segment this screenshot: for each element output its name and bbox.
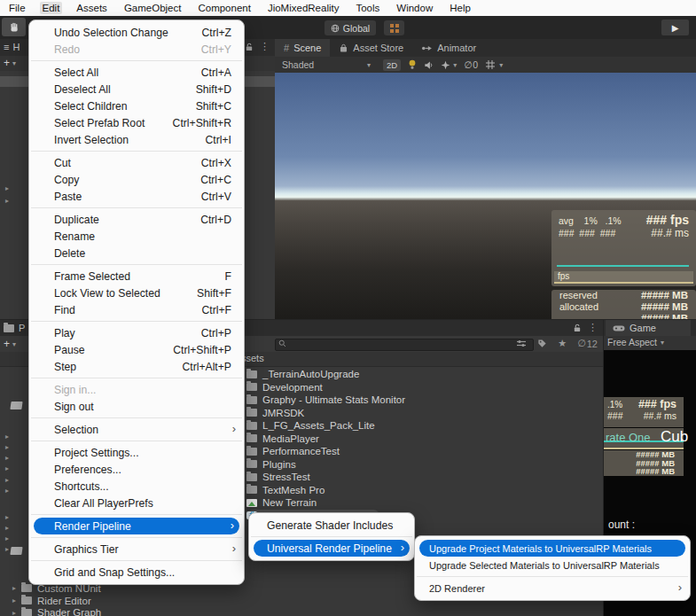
menu-bar-item[interactable]: Window	[394, 2, 435, 14]
menu-item[interactable]: Frame Selected F	[29, 268, 244, 285]
menu-bar-item[interactable]: JioMixedReality	[265, 2, 342, 14]
scene-viewport[interactable]: avg 1% .1% ### fps ### ### ### ##.# ms f…	[275, 73, 696, 319]
game-tab[interactable]: Game	[606, 320, 691, 336]
2d-toggle-button[interactable]: 2D	[383, 59, 401, 71]
project-tab[interactable]: P	[4, 323, 25, 333]
tree-expand-arrow-icon[interactable]	[5, 184, 9, 192]
menu-item[interactable]: Upgrade Selected Materials to UniversalR…	[415, 557, 690, 573]
asset-folder-row[interactable]: Plugins	[246, 458, 592, 472]
menu-item[interactable]: Select Prefab Root Ctrl+Shift+R	[29, 114, 244, 131]
scene-hidden-objects-toggle[interactable]: ∅ 0	[464, 59, 478, 70]
menu-bar-item[interactable]: Assets	[74, 2, 110, 14]
play-button[interactable]: ▶	[661, 19, 689, 35]
project-search-input[interactable]	[275, 339, 534, 351]
asset-folder-row[interactable]: StressTest	[246, 471, 592, 484]
asset-folder-row[interactable]: _TerrainAutoUpgrade	[246, 368, 592, 381]
menu-item[interactable]: Redo Ctrl+Y	[29, 41, 244, 58]
tree-expand-arrow-icon[interactable]	[5, 487, 9, 495]
tree-expand-arrow-icon[interactable]	[5, 534, 9, 542]
menu-item[interactable]: Rename	[29, 228, 244, 245]
menu-item[interactable]: Selection	[29, 421, 244, 438]
asset-folder-row[interactable]: TextMesh Pro	[246, 484, 592, 497]
tree-expand-arrow-icon[interactable]	[5, 443, 9, 451]
menu-item[interactable]: 2D Renderer	[415, 580, 690, 597]
menu-item[interactable]: Deselect All Shift+D	[29, 81, 244, 97]
menu-item[interactable]: Shortcuts...	[29, 478, 244, 495]
tree-expand-arrow-icon[interactable]	[5, 545, 9, 553]
tree-expand-arrow-icon[interactable]	[5, 197, 9, 205]
menu-item[interactable]: Lock View to Selected Shift+F	[29, 285, 244, 301]
scene-audio-icon[interactable]	[424, 60, 434, 70]
menu-bar-item[interactable]: GameObject	[121, 2, 184, 14]
tree-expand-arrow-icon[interactable]	[5, 433, 9, 441]
menu-item[interactable]: Graphics Tier	[29, 541, 244, 558]
menu-bar-item[interactable]: Edit	[40, 2, 63, 14]
menu-item[interactable]: Sign out	[29, 398, 244, 415]
hand-tool-button[interactable]	[2, 18, 26, 36]
scene-effects-dropdown[interactable]: ▾	[441, 60, 457, 70]
tree-expand-arrow-icon[interactable]	[5, 524, 9, 532]
menu-bar-item[interactable]: Component	[195, 2, 253, 14]
menu-item[interactable]: Step Ctrl+Alt+P	[29, 358, 244, 375]
menu-item[interactable]: Find Ctrl+F	[29, 301, 244, 318]
menu-bar-item[interactable]: File	[6, 2, 28, 14]
pane-tab[interactable]: # Scene	[275, 39, 330, 57]
lock-icon[interactable]	[245, 43, 254, 51]
asset-folder-row[interactable]: JMRSDK	[246, 407, 592, 420]
asset-folder-row[interactable]: Graphy - Ultimate Stats Monitor	[246, 394, 592, 407]
menu-bar-item[interactable]: Help	[447, 2, 473, 14]
scene-lighting-icon[interactable]	[408, 59, 417, 70]
search-label-tag-icon[interactable]	[537, 339, 547, 348]
tree-expand-arrow-icon[interactable]	[5, 464, 9, 472]
menu-item[interactable]: Select All Ctrl+A	[29, 64, 244, 81]
menu-item[interactable]: Pause Ctrl+Shift+P	[29, 341, 244, 358]
asset-folder-row[interactable]: New Terrain	[246, 496, 592, 510]
tree-expand-arrow-icon[interactable]	[5, 476, 9, 484]
kebab-menu-icon[interactable]: ⋮	[588, 322, 598, 333]
menu-item[interactable]: Grid and Snap Settings...	[29, 564, 244, 581]
lock-icon[interactable]	[573, 324, 582, 332]
menu-item[interactable]: Play Ctrl+P	[29, 324, 244, 341]
menu-item[interactable]: Universal Render Pipeline	[254, 540, 410, 557]
menu-item[interactable]: Delete	[29, 245, 244, 261]
pane-tab[interactable]: # Animator	[412, 39, 485, 57]
menu-item[interactable]: Sign in...	[29, 381, 244, 398]
tree-expand-arrow-icon[interactable]	[5, 454, 9, 462]
menu-item[interactable]: Render Pipeline	[34, 518, 239, 534]
asset-folder-row[interactable]: L_FG_Assets_Pack_Lite	[246, 419, 592, 433]
add-object-button[interactable]: + ▾	[4, 57, 16, 69]
menu-item[interactable]: Project Settings...	[29, 444, 244, 461]
menu-item[interactable]: Clear All PlayerPrefs	[29, 495, 244, 511]
hierarchy-tab[interactable]: ≡ H	[4, 42, 20, 52]
search-preset-icon[interactable]	[516, 339, 527, 348]
asset-folder-row[interactable]: MediaPlayer	[246, 433, 592, 446]
menu-item[interactable]: Generate Shader Includes	[249, 517, 414, 534]
shading-mode-dropdown[interactable]: Shaded ▾	[282, 59, 376, 70]
grid-snap-button[interactable]	[384, 20, 404, 35]
pane-tab[interactable]: # Asset Store	[330, 39, 412, 57]
kebab-menu-icon[interactable]: ⋮	[260, 41, 270, 52]
menu-item[interactable]: Invert Selection Ctrl+I	[29, 131, 244, 148]
project-hidden-count-toggle[interactable]: ∅ 12	[577, 338, 598, 349]
package-row[interactable]: Rider Editor	[0, 595, 239, 607]
tree-expand-arrow-icon[interactable]	[5, 513, 9, 521]
asset-folder-row[interactable]: Development	[246, 381, 592, 394]
menu-item[interactable]: Copy Ctrl+C	[29, 171, 244, 188]
chevron-down-icon: ▾	[12, 340, 16, 348]
asset-folder-row[interactable]: PerformanceTest	[246, 445, 592, 458]
add-asset-button[interactable]: + ▾	[4, 338, 16, 350]
scene-grid-visibility-dropdown[interactable]: ▾	[485, 59, 503, 70]
menu-item[interactable]: Cut Ctrl+X	[29, 154, 244, 171]
menu-item[interactable]: Undo Selection Change Ctrl+Z	[29, 24, 244, 41]
menu-bar-item[interactable]: Tools	[353, 2, 382, 14]
aspect-ratio-dropdown[interactable]: Free Aspect ▾	[607, 337, 664, 347]
package-row[interactable]: Shader Graph	[0, 606, 239, 616]
menu-item[interactable]: Select Children Shift+C	[29, 97, 244, 114]
stats-overlay-memory: reserved ##### MB allocated ##### MB ###…	[551, 290, 696, 319]
menu-item[interactable]: Duplicate Ctrl+D	[29, 211, 244, 228]
menu-item[interactable]: Paste Ctrl+V	[29, 188, 244, 205]
pivot-global-button[interactable]: Global	[325, 20, 376, 35]
favorites-star-icon[interactable]: ★	[558, 338, 567, 349]
menu-item[interactable]: Preferences...	[29, 461, 244, 478]
menu-item[interactable]: Upgrade Project Materials to UniversalRP…	[419, 540, 685, 557]
